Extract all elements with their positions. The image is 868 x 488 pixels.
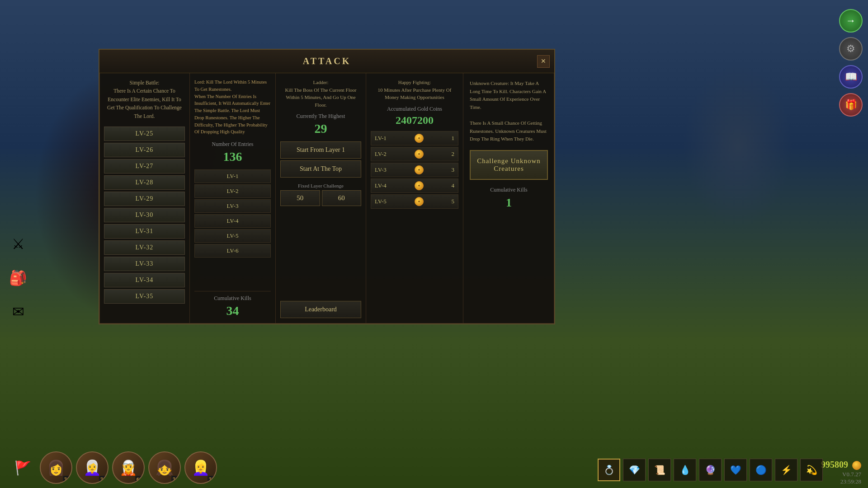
level-btn-lv25[interactable]: LV-25 (104, 127, 185, 141)
lord-battle-column: Lord: Kill The Lord Within 5 Minutes To … (190, 73, 276, 324)
inventory-slot-3[interactable]: 📜 (648, 459, 671, 481)
character-face-2: 👩‍🦳 (83, 459, 101, 476)
entry-lv6[interactable]: LV-6 (194, 244, 271, 258)
character-face-3: 🧝 (119, 459, 137, 476)
leaderboard-button[interactable]: Leaderboard (280, 301, 361, 318)
gold-coin-icon-2: ● (415, 150, 424, 159)
entries-value: 136 (194, 150, 271, 164)
arrow-right-icon: → (846, 15, 856, 27)
character-level-4: 74 (171, 476, 179, 482)
inventory-slot-6[interactable]: 💙 (724, 459, 747, 481)
gold-row-5: LV-5 ● 5 (371, 194, 458, 209)
gold-amount-3: 3 (445, 166, 454, 174)
character-avatar-1[interactable]: 👩 74 (40, 451, 72, 484)
level-btn-lv33[interactable]: LV-33 (104, 257, 185, 271)
character-face-4: 👧 (156, 459, 174, 476)
inventory-slot-1[interactable]: 💍 (598, 459, 620, 481)
inventory-slot-8[interactable]: ⚡ (775, 459, 797, 481)
unknown-creature-column: Unknown Creature: It May Take A Long Tim… (463, 73, 554, 324)
gold-coin-icon-1: ● (415, 134, 424, 143)
level-btn-lv35[interactable]: LV-35 (104, 289, 185, 304)
level-btn-lv27[interactable]: LV-27 (104, 159, 185, 174)
level-btn-lv28[interactable]: LV-28 (104, 175, 185, 190)
modal-title: ATTACK (303, 56, 351, 66)
level-btn-lv31[interactable]: LV-31 (104, 224, 185, 239)
book-button[interactable]: 📖 (839, 65, 863, 89)
entry-lv3[interactable]: LV-3 (194, 199, 271, 213)
combat-button[interactable]: ⚔ (5, 230, 32, 258)
ladder-desc: Ladder:Kill The Boss Of The Current Floo… (280, 79, 361, 108)
gold-row-1: LV-1 ● 1 (371, 131, 458, 145)
start-at-top-button[interactable]: Start At The Top (280, 160, 361, 178)
mail-icon: ✉ (12, 303, 24, 320)
ladder-column: Ladder:Kill The Boss Of The Current Floo… (276, 73, 366, 324)
character-level-2: 74 (99, 476, 107, 482)
entries-label: Number Of Entries (194, 141, 271, 148)
character-face-1: 👩 (47, 459, 65, 476)
character-avatar-3[interactable]: 🧝 66 (112, 451, 145, 484)
level-btn-lv30[interactable]: LV-30 (104, 208, 185, 222)
gold-row-4: LV-4 ● 4 (371, 178, 458, 193)
inventory-slot-2[interactable]: 💎 (623, 459, 646, 481)
gold-coin-icon-5: ● (415, 197, 424, 206)
entry-lv2[interactable]: LV-2 (194, 184, 271, 198)
character-face-5: 👱‍♀️ (192, 459, 210, 476)
kills-label: Cumulative Kills (194, 295, 271, 302)
gold-coins-value: 2407200 (371, 114, 458, 127)
inventory-slot-7[interactable]: 🔵 (750, 459, 772, 481)
character-level-5: 74 (208, 476, 215, 482)
entry-lv1[interactable]: LV-1 (194, 169, 271, 183)
happy-fighting-desc: Happy Fighting:10 Minutes After Purchase… (371, 79, 458, 101)
challenge-unknown-creatures-button[interactable]: Challenge Unknown Creatures (470, 150, 548, 180)
level-btn-lv34[interactable]: LV-34 (104, 273, 185, 287)
kills-section: Cumulative Kills 34 (194, 291, 271, 318)
character-level-1: 74 (63, 476, 71, 482)
happy-fighting-column: Happy Fighting:10 Minutes After Purchase… (366, 73, 463, 324)
left-icon-panel: ⚔ 🎒 ✉ (5, 230, 32, 325)
gold-amount-4: 4 (445, 182, 454, 189)
entry-lv4[interactable]: LV-4 (194, 214, 271, 228)
level-list-column: Simple Battle: There Is A Certain Chance… (99, 73, 190, 324)
inventory-bar: 💍 💎 📜 💧 🔮 💙 🔵 ⚡ 💫 (598, 459, 823, 481)
gold-amount-2: 2 (445, 150, 454, 158)
modal-close-button[interactable]: ✕ (537, 55, 550, 68)
flag-button[interactable]: 🚩 (9, 454, 36, 481)
inventory-slot-5[interactable]: 🔮 (699, 459, 722, 481)
fixed-layer-input-2[interactable]: 60 (322, 190, 362, 206)
bag-button[interactable]: 🎒 (5, 264, 32, 291)
fixed-layer-row: 50 60 (280, 190, 361, 206)
arrow-right-button[interactable]: → (839, 9, 863, 33)
right-icon-panel: → ⚙ 📖 🎁 (839, 9, 863, 117)
gold-row-2: LV-2 ● 2 (371, 147, 458, 161)
gold-coin-icon-3: ● (415, 165, 424, 174)
gold-lv-1: LV-1 (375, 135, 393, 142)
close-icon: ✕ (541, 57, 546, 65)
sword-icon: ⚔ (12, 235, 25, 253)
gold-amount-5: 5 (445, 198, 454, 205)
highest-label: Currently The Highest (280, 113, 361, 120)
character-avatar-2[interactable]: 👩‍🦳 74 (76, 451, 108, 484)
entry-lv5[interactable]: LV-5 (194, 229, 271, 243)
level-btn-lv29[interactable]: LV-29 (104, 192, 185, 206)
gold-amount-1: 1 (445, 135, 454, 142)
fixed-layer-input-1[interactable]: 50 (280, 190, 320, 206)
modal-header: ATTACK ✕ (99, 50, 554, 73)
level-btn-lv26[interactable]: LV-26 (104, 143, 185, 157)
lord-description: Lord: Kill The Lord Within 5 Minutes To … (194, 79, 271, 136)
character-avatar-4[interactable]: 👧 74 (148, 451, 181, 484)
level-btn-lv32[interactable]: LV-32 (104, 240, 185, 255)
settings-button[interactable]: ⚙ (839, 37, 863, 61)
start-from-layer-button[interactable]: Start From Layer 1 (280, 141, 361, 159)
gold-coins-label: Accumulated Gold Coins (371, 106, 458, 113)
cumulative-kills-value: 1 (470, 196, 548, 210)
inventory-slot-9[interactable]: 💫 (800, 459, 823, 481)
character-level-3: 66 (135, 476, 143, 482)
gold-row-3: LV-3 ● 3 (371, 163, 458, 177)
gold-coin-icon-4: ● (415, 181, 424, 190)
inventory-slot-4[interactable]: 💧 (674, 459, 696, 481)
flag-icon: 🚩 (14, 460, 31, 476)
gift-icon: 🎁 (845, 99, 857, 111)
character-avatar-5[interactable]: 👱‍♀️ 74 (184, 451, 217, 484)
gift-button[interactable]: 🎁 (839, 93, 863, 117)
mail-button[interactable]: ✉ (5, 298, 32, 325)
